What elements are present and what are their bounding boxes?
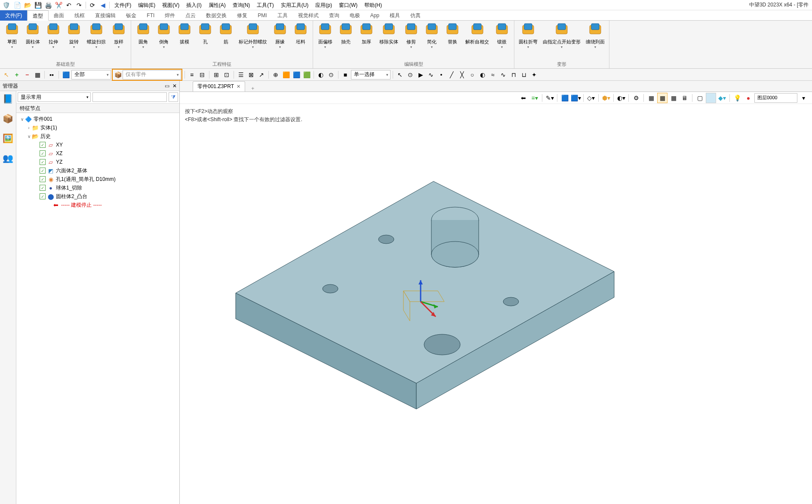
ribbon-button[interactable]: 旋转▾ [64, 21, 84, 50]
menu-item[interactable]: 属性(A) [205, 0, 229, 10]
qat-new-icon[interactable]: 📄 [12, 1, 22, 9]
ribbon-button[interactable]: 圆柱体▾ [22, 21, 43, 50]
menu-item[interactable]: 实用工具(U) [277, 0, 312, 10]
tb-icon-s[interactable]: • [437, 70, 446, 79]
group-icon[interactable]: ▪▪ [47, 70, 56, 79]
tb-icon-aa[interactable]: ⊔ [519, 70, 529, 79]
tb-icon-f[interactable]: ⊠ [246, 70, 256, 79]
tree-feature-node[interactable]: ✓▱XZ [16, 149, 179, 158]
tb-icon-g[interactable]: ↗ [257, 70, 266, 79]
checkbox-icon[interactable]: ✓ [40, 168, 46, 174]
tb-icon-w[interactable]: ◐ [478, 70, 487, 79]
side-tab-tree-icon[interactable]: 📘 [2, 93, 14, 105]
ribbon-button[interactable]: 草图▾ [2, 21, 22, 50]
vtb-grid3-icon[interactable]: ▦ [668, 93, 679, 103]
collapse-icon[interactable]: ∨ [26, 134, 32, 139]
ribbon-tab[interactable]: 电极 [344, 10, 365, 21]
qat-print-icon[interactable]: 🖨️ [43, 1, 53, 9]
tree-feature-node[interactable]: ✓◉孔1(通用_简单孔 D10mm) [16, 175, 179, 183]
close-icon[interactable]: ✕ [172, 83, 177, 89]
ribbon-button[interactable]: 镶嵌▾ [492, 21, 512, 50]
ribbon-tab[interactable]: 修复 [232, 10, 252, 21]
tb-icon-x[interactable]: ≈ [488, 70, 498, 79]
ribbon-button[interactable]: 孔 [195, 21, 215, 46]
side-tab-user-icon[interactable]: 👥 [2, 152, 14, 164]
filter-display-combo[interactable]: 显示常用 [18, 92, 91, 102]
vtb-ball-icon[interactable]: ● [743, 93, 754, 103]
tree-stop-marker[interactable]: ⬅ ----- 建模停止 ----- [16, 201, 179, 209]
tb-icon-d[interactable]: ⊡ [222, 70, 231, 79]
menu-item[interactable]: 帮助(H) [361, 0, 385, 10]
tb-icon-v[interactable]: ○ [468, 70, 477, 79]
vtb-pen-icon[interactable]: ✎▾ [544, 93, 555, 103]
ribbon-button[interactable]: 螺旋扫掠▾ [84, 21, 108, 50]
ribbon-button[interactable]: 面偏移▾ [315, 21, 335, 50]
vtb-wire-icon[interactable]: ◇▾ [586, 93, 596, 103]
vtb-grid1-icon[interactable]: ▦ [646, 93, 656, 103]
remove-icon[interactable]: − [22, 70, 32, 79]
tb-icon-u[interactable]: ╳ [457, 70, 467, 79]
ribbon-button[interactable]: 解析自相交 [463, 21, 492, 46]
menu-item[interactable]: 窗口(W) [335, 0, 361, 10]
ribbon-button[interactable]: 拉伸▾ [43, 21, 64, 50]
tb-icon-m[interactable]: ⊙ [326, 70, 336, 79]
add-tab-button[interactable]: + [249, 86, 257, 92]
part-filter-icon[interactable]: 📦 [113, 70, 123, 79]
tb-icon-ab[interactable]: ✦ [529, 70, 539, 79]
checkbox-icon[interactable]: ✓ [40, 142, 46, 148]
checkbox-icon[interactable]: ✓ [40, 150, 46, 156]
ribbon-button[interactable]: 倒角▾ [154, 21, 174, 50]
vtb-grid2-icon[interactable]: ▦ [657, 93, 667, 103]
ribbon-button[interactable]: 由指定点开始变形▾ [540, 21, 583, 50]
ribbon-button[interactable]: 加厚 [356, 21, 377, 46]
tree-feature-node[interactable]: ✓⬤圆柱体2_凸台 [16, 192, 179, 201]
qat-refresh-icon[interactable]: ⟳ [88, 1, 97, 9]
tb-icon-l[interactable]: ◐ [316, 70, 326, 79]
tree-root[interactable]: ∨ 🔷 零件001 [16, 115, 179, 123]
ribbon-button[interactable]: 唇缘▾ [270, 21, 290, 50]
tree-feature-node[interactable]: ✓◩六面体2_基体 [16, 166, 179, 175]
tb-icon-c[interactable]: ⊞ [212, 70, 221, 79]
tb-icon-e[interactable]: ☰ [236, 70, 246, 79]
tb-icon-a[interactable]: ≡ [187, 70, 197, 79]
add-icon[interactable]: + [12, 70, 22, 79]
tree-feature-node[interactable]: ✓●球体1_切除 [16, 183, 179, 192]
tree-entity-folder[interactable]: › 📁 实体(1) [16, 123, 179, 132]
ribbon-button[interactable]: 拔模 [174, 21, 195, 46]
selection-box-icon[interactable]: ▦ [33, 70, 42, 79]
tree-feature-node[interactable]: ✓▱XY [16, 141, 179, 149]
vtb-cube1-icon[interactable]: 🟦 [560, 93, 570, 103]
filter-funnel-icon[interactable]: ⧩ [169, 92, 178, 102]
ribbon-tab[interactable]: PMI [252, 10, 272, 21]
menu-item[interactable]: 应用(p) [312, 0, 335, 10]
qat-redo-icon[interactable]: ↷ [74, 1, 84, 9]
vtb-dropdown-icon[interactable]: ▾ [798, 93, 809, 103]
filter-combo-1[interactable]: 全部 [71, 70, 111, 79]
tb-icon-b[interactable]: ⊟ [197, 70, 207, 79]
ribbon-tab[interactable]: 视觉样式 [293, 10, 324, 21]
document-tab[interactable]: 零件001.Z3PRT ✕ [193, 81, 245, 92]
ribbon-tab[interactable]: App [365, 10, 384, 21]
menu-item[interactable]: 工具(T) [253, 0, 277, 10]
viewport-canvas[interactable]: 按下<F2>动态的观察 <F8>或者<Shift-roll> 查找下一个有效的过… [180, 104, 812, 504]
qat-open-icon[interactable]: 📂 [23, 1, 32, 9]
ribbon-tab[interactable]: 工具 [272, 10, 293, 21]
filter-combo-2[interactable]: 仅有零件 [123, 70, 181, 79]
minimize-icon[interactable]: ▭ [165, 83, 169, 89]
checkbox-icon[interactable]: ✓ [40, 159, 46, 165]
tb-icon-q[interactable]: ▶ [416, 70, 425, 79]
tb-icon-i[interactable]: 🟧 [281, 70, 291, 79]
menu-item[interactable]: 编辑(E) [135, 0, 159, 10]
tb-icon-y[interactable]: ∿ [498, 70, 508, 79]
vtb-monitor-icon[interactable]: 🖥 [680, 93, 690, 103]
menu-item[interactable]: 查询(N) [229, 0, 254, 10]
vtb-bg-icon[interactable] [706, 93, 716, 103]
qat-collapse-icon[interactable]: ◀ [98, 1, 108, 9]
ribbon-button[interactable]: 修剪▾ [401, 21, 421, 50]
vtb-gear-icon[interactable]: ⚙ [631, 93, 641, 103]
qat-cut-icon[interactable]: ✂️ [54, 1, 63, 9]
qat-undo-icon[interactable]: ↶ [64, 1, 74, 9]
ribbon-tab[interactable]: 曲面 [49, 10, 69, 21]
ribbon-button[interactable]: 简化▾ [421, 21, 442, 50]
menu-item[interactable]: 插入(I) [183, 0, 205, 10]
